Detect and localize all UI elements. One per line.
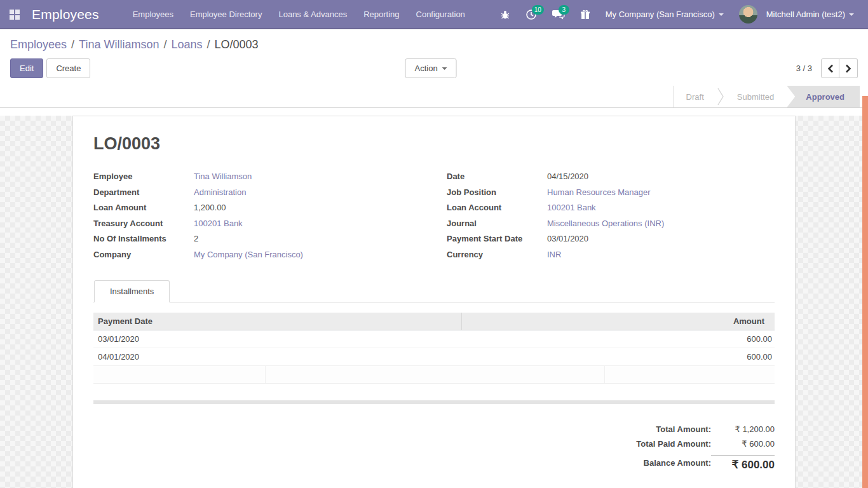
menu-reporting[interactable]: Reporting bbox=[355, 0, 407, 29]
create-button[interactable]: Create bbox=[46, 58, 90, 78]
field-label-currency: Currency bbox=[447, 248, 547, 259]
field-label-payment-start-date: Payment Start Date bbox=[447, 233, 547, 243]
list-header: Payment Date Amount bbox=[93, 313, 775, 330]
field-value-loan-account[interactable]: 100201 Bank bbox=[547, 201, 775, 213]
record-title: LO/0003 bbox=[93, 134, 775, 154]
breadcrumb: Employees/Tina Williamson/Loans/LO/0003 bbox=[10, 38, 858, 51]
form-sheet: LO/0003 EmployeeTina Williamson Departme… bbox=[72, 116, 796, 488]
balance-amount-value: ₹ 600.00 bbox=[711, 455, 775, 471]
tab-bar: Installments bbox=[93, 280, 775, 302]
apps-menu-icon[interactable] bbox=[0, 0, 29, 29]
pager-count: 3 / 3 bbox=[796, 64, 812, 73]
field-label-treasury-account: Treasury Account bbox=[93, 217, 194, 228]
pager-previous-button[interactable] bbox=[821, 58, 839, 78]
field-value-treasury-account[interactable]: 100201 Bank bbox=[194, 217, 421, 229]
field-label-employee: Employee bbox=[93, 170, 194, 181]
pager-next-button[interactable] bbox=[839, 58, 858, 78]
list-footer-band bbox=[93, 400, 775, 404]
cell-amount: 600.00 bbox=[462, 348, 775, 365]
status-approved[interactable]: Approved bbox=[787, 86, 860, 107]
field-value-currency[interactable]: INR bbox=[547, 248, 775, 260]
field-column-right: Date04/15/2020 Job PositionHuman Resourc… bbox=[447, 170, 775, 264]
cell-payment-date: 03/01/2020 bbox=[93, 330, 462, 348]
edit-button[interactable]: Edit bbox=[10, 58, 43, 78]
field-value-loan-amount: 1,200.00 bbox=[194, 201, 421, 213]
chevron-down-icon bbox=[442, 67, 447, 70]
field-label-department: Department bbox=[93, 186, 194, 197]
notebook: Installments Payment Date Amount 03/01/2… bbox=[93, 280, 775, 477]
menu-configuration[interactable]: Configuration bbox=[408, 0, 473, 29]
total-amount-value: ₹ 1,200.00 bbox=[711, 424, 775, 434]
field-value-employee[interactable]: Tina Williamson bbox=[194, 170, 421, 182]
balance-amount-label: Balance Amount: bbox=[644, 458, 711, 468]
list-row[interactable]: 03/01/2020 600.00 bbox=[93, 330, 775, 348]
control-panel: Employees/Tina Williamson/Loans/LO/0003 … bbox=[0, 29, 868, 86]
field-label-journal: Journal bbox=[447, 217, 547, 228]
statusbar: Draft Submitted Approved bbox=[0, 86, 868, 108]
column-header-payment-date[interactable]: Payment Date bbox=[93, 313, 462, 330]
debug-bug-icon[interactable] bbox=[492, 0, 518, 29]
total-amount-label: Total Amount: bbox=[656, 424, 711, 434]
field-value-company[interactable]: My Company (San Francisco) bbox=[194, 248, 421, 260]
status-widget: Draft Submitted Approved bbox=[673, 86, 860, 107]
breadcrumb-loans[interactable]: Loans bbox=[171, 38, 202, 51]
field-column-left: EmployeeTina Williamson DepartmentAdmini… bbox=[93, 170, 421, 264]
breadcrumb-employees[interactable]: Employees bbox=[10, 38, 67, 51]
cell-amount: 600.00 bbox=[462, 330, 775, 348]
status-arrow-icon bbox=[717, 87, 724, 106]
total-paid-amount-label: Total Paid Amount: bbox=[636, 439, 711, 449]
vertical-scrollbar[interactable] bbox=[862, 96, 868, 488]
field-groups: EmployeeTina Williamson DepartmentAdmini… bbox=[93, 170, 775, 264]
column-header-amount[interactable]: Amount bbox=[462, 313, 775, 330]
field-label-loan-amount: Loan Amount bbox=[93, 201, 194, 212]
top-navbar: Employees Employees Employee Directory L… bbox=[0, 0, 868, 29]
menu-employees[interactable]: Employees bbox=[125, 0, 182, 29]
status-draft[interactable]: Draft bbox=[674, 86, 717, 107]
user-name: Mitchell Admin (test2) bbox=[766, 10, 845, 19]
messages-chat-icon[interactable]: 3 bbox=[545, 0, 573, 29]
field-label-installments-count: No Of Installments bbox=[93, 233, 194, 243]
pager: 3 / 3 bbox=[796, 58, 858, 78]
app-brand[interactable]: Employees bbox=[32, 7, 99, 22]
field-label-date: Date bbox=[447, 170, 547, 181]
chevron-down-icon bbox=[719, 13, 724, 16]
field-value-date: 04/15/2020 bbox=[547, 170, 775, 182]
chevron-down-icon bbox=[849, 13, 854, 16]
breadcrumb-current: LO/0003 bbox=[215, 38, 259, 51]
field-label-loan-account: Loan Account bbox=[447, 201, 547, 212]
empty-row bbox=[93, 366, 775, 384]
total-paid-amount-value: ₹ 600.00 bbox=[711, 439, 775, 449]
menu-employee-directory[interactable]: Employee Directory bbox=[182, 0, 270, 29]
field-value-job-position[interactable]: Human Resources Manager bbox=[547, 186, 775, 198]
messages-badge: 3 bbox=[559, 5, 569, 15]
field-label-company: Company bbox=[93, 248, 194, 259]
field-label-job-position: Job Position bbox=[447, 186, 547, 197]
breadcrumb-tina-williamson[interactable]: Tina Williamson bbox=[79, 38, 159, 51]
gift-icon[interactable] bbox=[573, 0, 598, 29]
systray: 10 3 My Company (San Francisco) Mitchell… bbox=[492, 0, 868, 29]
action-dropdown-button[interactable]: Action bbox=[405, 58, 457, 78]
field-value-department[interactable]: Administration bbox=[194, 186, 421, 198]
company-switcher[interactable]: My Company (San Francisco) bbox=[598, 0, 731, 29]
list-row[interactable]: 04/01/2020 600.00 bbox=[93, 348, 775, 366]
field-value-payment-start-date: 03/01/2020 bbox=[547, 233, 775, 244]
status-submitted[interactable]: Submitted bbox=[724, 86, 787, 107]
user-avatar bbox=[739, 5, 757, 24]
installments-list: Payment Date Amount 03/01/2020 600.00 04… bbox=[93, 313, 775, 404]
user-menu[interactable]: Mitchell Admin (test2) bbox=[731, 0, 862, 29]
activities-clock-icon[interactable]: 10 bbox=[518, 0, 545, 29]
totals-block: Total Amount: ₹ 1,200.00 Total Paid Amou… bbox=[93, 424, 775, 477]
empty-row bbox=[93, 384, 775, 400]
field-value-installments-count: 2 bbox=[194, 233, 421, 244]
control-panel-buttons: Edit Create Action 3 / 3 bbox=[10, 58, 858, 78]
menu-loans-advances[interactable]: Loans & Advances bbox=[270, 0, 355, 29]
field-value-journal[interactable]: Miscellaneous Operations (INR) bbox=[547, 217, 775, 229]
tab-installments[interactable]: Installments bbox=[94, 280, 170, 302]
content-area: LO/0003 EmployeeTina Williamson Departme… bbox=[0, 116, 868, 488]
main-menu: Employees Employee Directory Loans & Adv… bbox=[125, 0, 473, 29]
cell-payment-date: 04/01/2020 bbox=[93, 348, 462, 365]
activities-badge: 10 bbox=[532, 5, 544, 15]
